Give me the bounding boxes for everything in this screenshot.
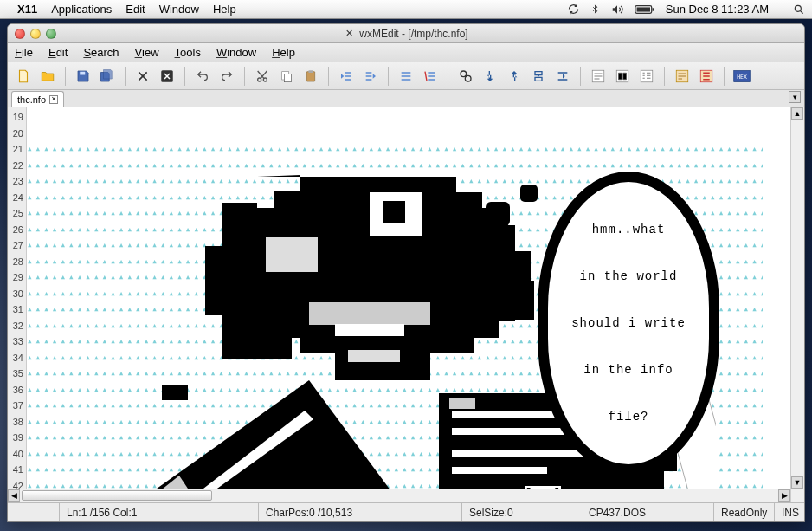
- volume-icon[interactable]: [610, 3, 624, 16]
- menu-tools[interactable]: Tools: [175, 46, 201, 59]
- new-file-button[interactable]: [13, 66, 34, 87]
- scroll-right-button[interactable]: ▶: [778, 489, 790, 502]
- text-mode-button[interactable]: [588, 66, 609, 87]
- tab-thc-nfo[interactable]: thc.nfo ×: [11, 91, 64, 107]
- svg-text:HEX: HEX: [737, 73, 747, 80]
- indent-left-button[interactable]: [336, 66, 357, 87]
- find-button[interactable]: [455, 66, 476, 87]
- editor-area: 1920212223242526272829303132333435363738…: [8, 107, 804, 489]
- hscroll-thumb[interactable]: [22, 490, 212, 501]
- window-controls: [15, 29, 56, 39]
- scroll-down-button[interactable]: ▼: [791, 476, 803, 489]
- editor-content[interactable]: ▴▴▴▴▴▴▴▴▴▴▴▴▴▴▴▴▴▴▴▴▴▴▴▴▴▴▴▴▴▴▴▴▴▴▴▴▴▴▴▴…: [27, 107, 790, 489]
- app-menubar: File Edit Search View Tools Window Help: [8, 43, 804, 62]
- svg-rect-34: [452, 467, 547, 474]
- uncomment-button[interactable]: [420, 66, 441, 87]
- status-charpos: CharPos:0 /10,513: [259, 503, 462, 521]
- menu-help[interactable]: Help: [272, 46, 295, 59]
- thought-dots: [486, 185, 543, 249]
- svg-rect-22: [383, 201, 405, 223]
- find-prev-button[interactable]: [504, 66, 525, 87]
- window-title: wxMEdit - [/tmp/thc.nfo]: [359, 28, 467, 40]
- bubble-line-4: in the info: [560, 362, 697, 378]
- close-file-button[interactable]: [132, 66, 153, 87]
- status-readonly: ReadOnly: [714, 503, 775, 521]
- svg-point-3: [795, 5, 801, 11]
- svg-rect-26: [335, 324, 404, 336]
- menu-search[interactable]: Search: [83, 46, 119, 59]
- goto-button[interactable]: [552, 66, 573, 87]
- menu-file[interactable]: File: [15, 46, 33, 59]
- zoom-window-button[interactable]: [46, 29, 56, 39]
- paste-button[interactable]: [300, 66, 321, 87]
- bubble-line-5: file?: [560, 409, 697, 424]
- status-position: Ln:1 /156 Col:1: [60, 503, 259, 521]
- bubble-line-2: in the world: [560, 269, 697, 284]
- find-next-button[interactable]: [480, 66, 500, 87]
- svg-rect-11: [308, 70, 313, 73]
- scroll-up-button[interactable]: ▲: [791, 107, 803, 120]
- osx-menu-window[interactable]: Window: [159, 3, 199, 16]
- svg-rect-23: [266, 237, 318, 272]
- svg-rect-2: [652, 8, 654, 10]
- minimize-window-button[interactable]: [30, 29, 41, 39]
- redo-button[interactable]: [216, 66, 237, 87]
- osx-menu-help[interactable]: Help: [213, 3, 236, 16]
- open-file-button[interactable]: [37, 66, 58, 87]
- osx-menu-edit[interactable]: Edit: [126, 3, 145, 16]
- tab-collapse-button[interactable]: ▾: [789, 91, 801, 103]
- word-wrap-button[interactable]: [672, 66, 693, 87]
- bubble-line-3: should i write: [560, 315, 697, 331]
- app-window: ✕ wxMEdit - [/tmp/thc.nfo] File Edit Sea…: [7, 23, 805, 522]
- svg-rect-25: [309, 302, 430, 325]
- osx-menubar: X11 Applications Edit Window Help Sun De…: [0, 0, 812, 19]
- save-all-button[interactable]: [97, 66, 118, 87]
- status-encoding: CP437.DOS: [583, 503, 714, 521]
- spotlight-icon[interactable]: [793, 3, 805, 16]
- status-bar: Ln:1 /156 Col:1 CharPos:0 /10,513 SelSiz…: [8, 502, 804, 521]
- svg-rect-1: [636, 7, 649, 11]
- hex-view-button[interactable]: HEX: [731, 66, 752, 87]
- thought-bubble: hmm..what in the world should i write in…: [538, 139, 719, 489]
- scroll-left-button[interactable]: ◀: [8, 489, 20, 502]
- menu-window[interactable]: Window: [216, 46, 256, 59]
- toolbar: HEX: [8, 62, 804, 90]
- svg-rect-9: [284, 74, 291, 81]
- svg-rect-28: [348, 350, 400, 362]
- svg-rect-29: [162, 385, 188, 400]
- svg-rect-16: [641, 70, 653, 82]
- battery-icon[interactable]: [635, 4, 655, 15]
- show-symbols-button[interactable]: [696, 66, 717, 87]
- svg-rect-4: [80, 71, 85, 74]
- bluetooth-icon[interactable]: [590, 3, 600, 16]
- comment-button[interactable]: [396, 66, 416, 87]
- vertical-scrollbar[interactable]: ▲ ▼: [790, 107, 804, 489]
- bubble-line-1: hmm..what: [560, 222, 697, 237]
- menu-view[interactable]: View: [135, 46, 159, 59]
- tab-close-icon[interactable]: ×: [49, 95, 58, 104]
- osx-menu-applications[interactable]: Applications: [51, 3, 112, 16]
- sync-icon[interactable]: [567, 3, 580, 16]
- hex-mode-button[interactable]: [636, 66, 657, 87]
- svg-rect-10: [306, 71, 314, 81]
- osx-clock[interactable]: Sun Dec 8 11:23 AM: [666, 3, 769, 16]
- close-window-button[interactable]: [15, 29, 25, 39]
- copy-button[interactable]: [276, 66, 297, 87]
- horizontal-scrollbar[interactable]: ◀ ▶: [8, 489, 804, 502]
- replace-button[interactable]: [528, 66, 549, 87]
- app-x-icon: ✕: [344, 29, 354, 39]
- cut-button[interactable]: [252, 66, 273, 87]
- indent-right-button[interactable]: [360, 66, 381, 87]
- close-all-button[interactable]: [157, 66, 177, 87]
- svg-rect-24: [487, 281, 534, 320]
- undo-button[interactable]: [192, 66, 213, 87]
- osx-menu-app[interactable]: X11: [17, 3, 37, 16]
- menu-edit[interactable]: Edit: [48, 46, 68, 59]
- save-button[interactable]: [73, 66, 93, 87]
- column-mode-button[interactable]: [612, 66, 633, 87]
- status-insert: INS: [775, 503, 804, 521]
- line-gutter: 1920212223242526272829303132333435363738…: [8, 107, 27, 489]
- tab-strip: thc.nfo × ▾: [8, 90, 804, 107]
- tab-label: thc.nfo: [17, 94, 46, 105]
- svg-rect-35: [449, 398, 475, 409]
